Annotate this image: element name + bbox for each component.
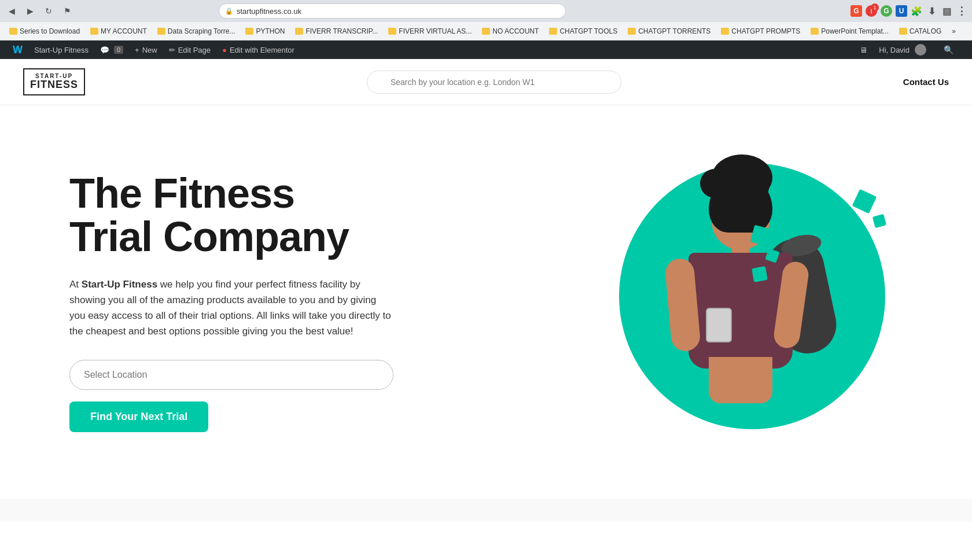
deco-square-6 [857, 237, 871, 252]
hero-description: At Start-Up Fitness we help you find you… [69, 277, 393, 340]
folder-icon [90, 28, 98, 35]
browser-nav-bar: ◀ ▶ ↻ ⚑ 🔒 startupfitness.co.uk G ! 1 G U… [0, 0, 972, 22]
wp-search[interactable]: 🔍 [932, 40, 965, 59]
bookmark-python[interactable]: PYTHON [241, 25, 289, 37]
bookmark-label: FIVERR TRANSCRIP... [305, 27, 378, 35]
site-name-label: Start-Up Fitness [34, 46, 89, 54]
folder-icon [157, 28, 165, 35]
folder-icon [721, 28, 729, 35]
elementor-icon: ● [222, 46, 227, 54]
bookmark-datascraping[interactable]: Data Scraping Torre... [153, 25, 240, 37]
edit-icon: ✏ [169, 46, 175, 54]
bookmark-more[interactable]: » [947, 25, 960, 37]
notification-ext[interactable]: ! 1 [866, 5, 877, 17]
bookmark-label: NO ACCOUNT [492, 27, 539, 35]
person-stomach [709, 357, 772, 403]
folder-icon [9, 28, 17, 35]
new-label: New [142, 46, 157, 54]
logo-fitness-text: FITNESS [30, 79, 78, 91]
phone [706, 308, 732, 342]
folder-icon [549, 28, 557, 35]
comment-icon: 💬 [100, 46, 109, 54]
bookmark-label: PYTHON [256, 27, 285, 35]
grammarly-ext[interactable]: G [851, 5, 862, 17]
nav-bookmark-button[interactable]: ⚑ [60, 4, 74, 18]
bookmark-chatgpt-tools[interactable]: CHATGPT TOOLS [544, 25, 622, 37]
download-ext[interactable]: ⬇ [926, 5, 937, 17]
contact-us-label: Contact Us [903, 77, 949, 87]
nav-reload-button[interactable]: ↻ [42, 4, 56, 18]
bookmark-noaccount[interactable]: NO ACCOUNT [477, 25, 543, 37]
bookmark-chatgpt-torrents[interactable]: CHATGPT TORRENTS [623, 25, 715, 37]
wp-admin-right: 🖥 Hi, David 🔍 [854, 40, 965, 59]
green-ext[interactable]: G [881, 5, 892, 17]
wp-new[interactable]: + New [129, 40, 163, 59]
user-avatar [915, 44, 926, 56]
nav-back-button[interactable]: ◀ [5, 4, 19, 18]
hero-title-line1: The Fitness [69, 170, 294, 216]
folder-icon [628, 28, 636, 35]
browser-actions: G ! 1 G U 🧩 ⬇ ▤ ⋮ [851, 5, 967, 17]
user-ext[interactable]: U [896, 5, 907, 17]
bookmark-myaccount[interactable]: MY ACCOUNT [86, 25, 152, 37]
deco-square-3 [752, 266, 768, 282]
hero-left: The Fitness Trial Company At Start-Up Fi… [69, 172, 417, 433]
comments-count: 0 [114, 46, 123, 54]
url-text: startupfitness.co.uk [237, 7, 301, 16]
hero-section: The Fitness Trial Company At Start-Up Fi… [0, 105, 972, 499]
more-bookmarks-icon: » [952, 27, 956, 35]
deco-square-5 [872, 214, 886, 228]
wp-edit-elementor[interactable]: ● Edit with Elementor [216, 40, 300, 59]
bookmark-label: CHATGPT PROMPTS [731, 27, 800, 35]
wp-site-name[interactable]: Start-Up Fitness [28, 40, 94, 59]
find-trial-button[interactable]: Find Your Next Trial [69, 401, 208, 432]
wp-comments[interactable]: 💬 0 [94, 40, 129, 59]
layout-ext[interactable]: ▤ [941, 5, 952, 17]
site-header: START-UP FITNESS 🔍 Contact Us [0, 59, 972, 105]
site-search-input[interactable] [367, 71, 621, 94]
bookmark-label: Series to Download [20, 27, 80, 35]
notification-badge: 1 [871, 3, 879, 12]
edit-elementor-label: Edit with Elementor [230, 46, 294, 54]
search-wrapper: 🔍 [367, 71, 621, 94]
hero-title-line2: Trial Company [69, 213, 349, 260]
bookmark-label: CHATGPT TORRENTS [638, 27, 710, 35]
bookmark-chatgpt-prompts[interactable]: CHATGPT PROMPTS [716, 25, 805, 37]
more-options[interactable]: ⋮ [956, 5, 967, 17]
bookmark-label: Data Scraping Torre... [168, 27, 235, 35]
toolbar-icon: 🖥 [860, 46, 867, 54]
site-search-bar: 🔍 [85, 71, 903, 94]
wp-edit-page[interactable]: ✏ Edit Page [163, 40, 216, 59]
person-hair-top [712, 154, 772, 201]
nav-forward-button[interactable]: ▶ [23, 4, 37, 18]
wp-hi-user[interactable]: Hi, David [873, 40, 932, 59]
wp-admin-bar: W Start-Up Fitness 💬 0 + New ✏ Edit Page… [0, 40, 972, 59]
hero-right [417, 152, 903, 452]
description-brand: Start-Up Fitness [82, 279, 157, 290]
folder-icon [482, 28, 490, 35]
location-input[interactable] [69, 360, 393, 390]
bookmark-series[interactable]: Series to Download [5, 25, 84, 37]
lock-icon: 🔒 [225, 8, 233, 15]
bookmark-label: MY ACCOUNT [101, 27, 147, 35]
folder-icon [388, 28, 396, 35]
contact-us-link[interactable]: Contact Us [903, 77, 949, 87]
plus-icon: + [135, 46, 139, 54]
bookmarks-bar: Series to Download MY ACCOUNT Data Scrap… [0, 22, 972, 40]
cta-label: Find Your Next Trial [90, 411, 187, 422]
bookmark-powerpoint[interactable]: PowerPoint Templat... [806, 25, 893, 37]
folder-icon [295, 28, 303, 35]
wp-logo-icon: W [13, 44, 23, 56]
bookmark-catalog[interactable]: CATALOG [894, 25, 947, 37]
hero-title: The Fitness Trial Company [69, 172, 393, 259]
bookmark-fiverr-transcrip[interactable]: FIVERR TRANSCRIP... [290, 25, 382, 37]
site-logo[interactable]: START-UP FITNESS [23, 68, 85, 95]
wp-logo-item[interactable]: W [7, 40, 28, 59]
edit-page-label: Edit Page [178, 46, 211, 54]
bookmark-fiverr-virtual[interactable]: FIVERR VIRTUAL AS... [384, 25, 476, 37]
puzzle-ext[interactable]: 🧩 [911, 5, 922, 17]
wp-toolbar-icon[interactable]: 🖥 [854, 40, 873, 59]
bookmark-label: CHATGPT TOOLS [559, 27, 617, 35]
address-bar[interactable]: 🔒 startupfitness.co.uk [219, 3, 566, 19]
bookmark-label: CATALOG [910, 27, 942, 35]
